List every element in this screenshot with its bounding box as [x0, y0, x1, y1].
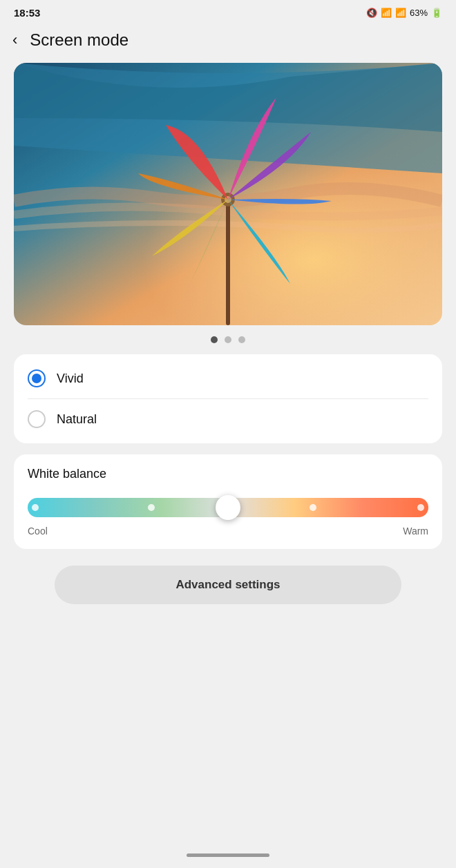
back-button[interactable]: ‹ — [10, 28, 20, 52]
status-bar: 18:53 🔇 📶 📶 63% 🔋 — [0, 0, 456, 23]
natural-mode-option[interactable]: Natural — [28, 398, 428, 439]
slider-tick-1 — [32, 504, 39, 511]
warm-label: Warm — [403, 525, 428, 537]
status-icons: 🔇 📶 📶 63% 🔋 — [366, 8, 442, 18]
battery-icon: 🔋 — [431, 8, 442, 18]
cool-label: Cool — [28, 525, 48, 537]
dot-3[interactable] — [238, 336, 245, 343]
mute-icon: 🔇 — [366, 8, 377, 18]
signal-icon: 📶 — [395, 8, 406, 18]
slider-thumb[interactable] — [216, 495, 240, 520]
vivid-radio[interactable] — [28, 369, 46, 387]
home-indicator — [187, 853, 269, 857]
slider-tick-2 — [148, 504, 155, 511]
advanced-settings-button[interactable]: Advanced settings — [55, 566, 401, 604]
white-balance-card: White balance Cool Warm — [14, 454, 442, 549]
battery-text: 63% — [410, 8, 428, 18]
header: ‹ Screen mode — [0, 23, 456, 63]
preview-image — [14, 63, 442, 325]
wifi-icon: 📶 — [381, 8, 392, 18]
page-title: Screen mode — [30, 30, 129, 50]
carousel-dots — [0, 336, 456, 343]
slider-tick-3 — [310, 504, 316, 511]
mode-selection-card: Vivid Natural — [14, 354, 442, 443]
svg-rect-2 — [226, 201, 230, 325]
white-balance-slider-track[interactable] — [28, 495, 428, 520]
vivid-radio-inner — [32, 374, 41, 383]
vivid-mode-option[interactable]: Vivid — [28, 358, 428, 398]
natural-label: Natural — [57, 412, 97, 427]
white-balance-title: White balance — [28, 467, 428, 481]
natural-radio[interactable] — [28, 410, 46, 428]
dot-1[interactable] — [211, 336, 218, 343]
dot-2[interactable] — [225, 336, 231, 343]
preview-image-container — [14, 63, 442, 325]
status-time: 18:53 — [14, 7, 40, 19]
slider-gradient — [28, 498, 428, 517]
slider-tick-4 — [417, 504, 424, 511]
vivid-label: Vivid — [57, 372, 84, 386]
slider-labels: Cool Warm — [28, 525, 428, 537]
